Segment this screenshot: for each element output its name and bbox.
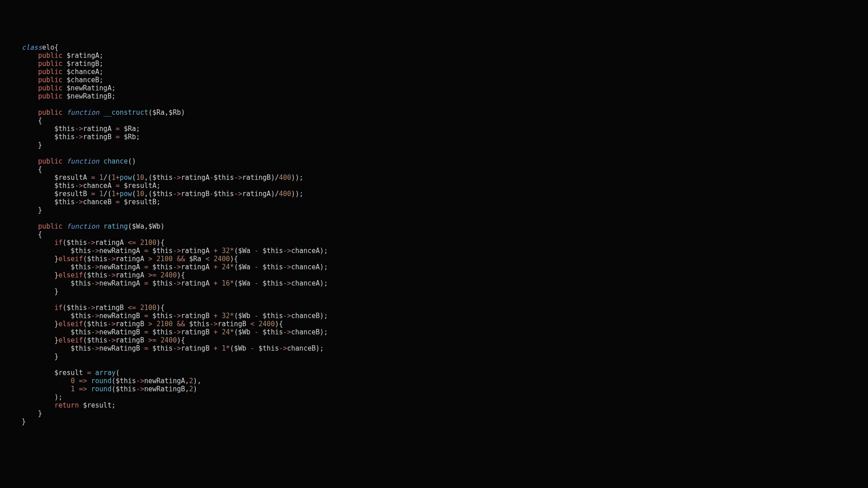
code-editor[interactable]: classelo{ public $ratingA; public $ratin… [0,0,868,426]
